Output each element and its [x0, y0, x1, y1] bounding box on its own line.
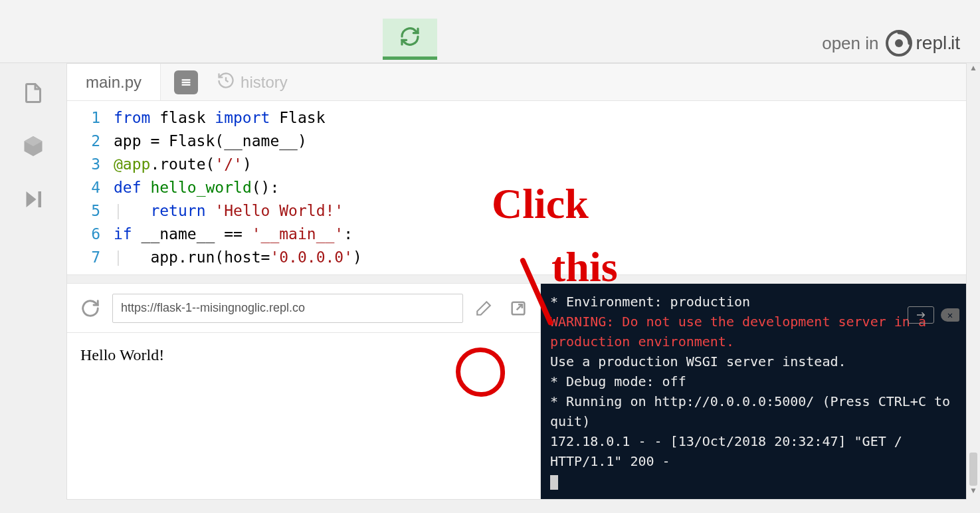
line-number: 7	[67, 246, 114, 269]
code-content: | app.run(host='0.0.0.0')	[114, 246, 362, 269]
line-number: 4	[67, 176, 114, 199]
console-cursor	[550, 471, 957, 491]
code-content: | return 'Hello World!'	[114, 199, 343, 223]
scroll-up-arrow-icon[interactable]: ▲	[969, 63, 977, 72]
console-line: * Running on http://0.0.0.0:5000/ (Press…	[550, 391, 957, 431]
preview-text: Hello World!	[80, 346, 164, 363]
code-content: from flask import Flask	[114, 106, 326, 130]
line-number: 2	[67, 130, 114, 153]
console-line: 172.18.0.1 - - [13/Oct/2018 20:32:47] "G…	[550, 431, 957, 471]
code-line[interactable]: 5| return 'Hello World!'	[67, 199, 966, 223]
preview-urlbar	[67, 284, 540, 333]
code-line[interactable]: 7| app.run(host='0.0.0.0')	[67, 246, 966, 269]
code-line[interactable]: 1from flask import Flask	[67, 106, 966, 130]
horizontal-splitter[interactable]	[67, 274, 966, 284]
sidebar	[0, 63, 66, 513]
history-button[interactable]: history	[217, 71, 288, 94]
scrollbar-vertical[interactable]: ▲ ▼	[968, 63, 979, 495]
svg-rect-2	[39, 191, 42, 207]
tab-filename: main.py	[86, 73, 142, 92]
console-panel[interactable]: ✕ * Environment: production WARNING: Do …	[541, 284, 966, 499]
open-in-label: open in	[822, 33, 878, 54]
files-icon[interactable]	[20, 80, 47, 106]
line-number: 3	[67, 153, 114, 176]
svg-point-1	[895, 39, 903, 47]
tab-menu-button[interactable]	[174, 70, 198, 94]
preview-panel: Hello World!	[67, 284, 541, 499]
code-line[interactable]: 3@app.route('/')	[67, 153, 966, 176]
scroll-down-arrow-icon[interactable]: ▼	[969, 486, 977, 495]
console-expand-icon[interactable]	[908, 306, 934, 324]
console-line: * Environment: production	[550, 292, 957, 312]
console-line: * Debug mode: off	[550, 371, 957, 391]
code-line[interactable]: 6if __name__ == '__main__':	[67, 223, 966, 246]
refresh-icon	[399, 26, 421, 50]
console-line: Use a production WSGI server instead.	[550, 352, 957, 371]
open-new-tab-icon[interactable]	[508, 298, 528, 318]
topbar: open in repl.it	[0, 0, 980, 63]
run-button[interactable]	[383, 19, 437, 60]
code-content: @app.route('/')	[114, 153, 252, 176]
code-line[interactable]: 4def hello_world():	[67, 176, 966, 199]
console-close-icon[interactable]: ✕	[941, 308, 959, 322]
run-next-icon[interactable]	[20, 186, 47, 213]
history-icon	[217, 71, 235, 94]
line-number: 1	[67, 106, 114, 130]
replit-logo: repl.it	[886, 30, 960, 56]
brand-name: repl	[916, 33, 947, 53]
code-content: app = Flask(__name__)	[114, 130, 307, 153]
console-controls: ✕	[908, 306, 959, 324]
scroll-thumb[interactable]	[969, 453, 977, 486]
tab-main-py[interactable]: main.py	[67, 64, 161, 100]
code-editor[interactable]: 1from flask import Flask2app = Flask(__n…	[67, 101, 966, 274]
line-number: 6	[67, 223, 114, 246]
code-content: if __name__ == '__main__':	[114, 223, 353, 246]
url-input[interactable]	[112, 294, 463, 323]
tab-bar: main.py history	[67, 64, 966, 101]
code-line[interactable]: 2app = Flask(__name__)	[67, 130, 966, 153]
open-in-replit-link[interactable]: open in repl.it	[822, 30, 960, 56]
history-label: history	[241, 73, 288, 92]
tab-actions: history	[161, 64, 288, 100]
line-number: 5	[67, 199, 114, 223]
main-area: main.py history 1from flask import Flask…	[66, 63, 967, 500]
reload-icon[interactable]	[79, 297, 102, 320]
packages-icon[interactable]	[20, 133, 47, 159]
edit-url-icon[interactable]	[474, 298, 494, 318]
code-content: def hello_world():	[114, 176, 279, 199]
console-line: WARNING: Do not use the development serv…	[550, 312, 957, 352]
bottom-panels: Hello World! ✕ * Environment: production…	[67, 284, 966, 499]
brand-suffix: it	[951, 33, 960, 53]
preview-content: Hello World!	[67, 333, 540, 499]
